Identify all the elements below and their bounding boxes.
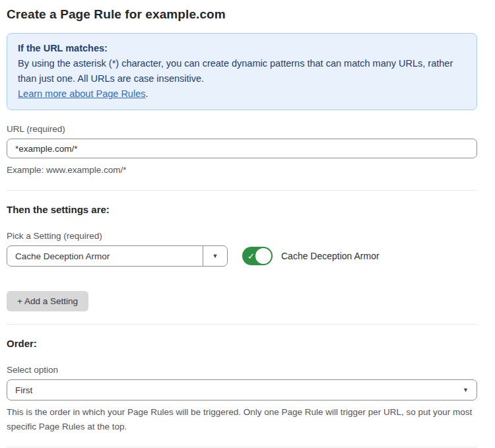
- divider: [7, 447, 477, 447]
- url-match-info-box: If the URL matches: By using the asteris…: [7, 33, 477, 110]
- url-label: URL (required): [7, 124, 477, 134]
- create-page-rule-form: Create a Page Rule for example.com If th…: [0, 0, 495, 448]
- page-title: Create a Page Rule for example.com: [7, 6, 477, 23]
- chevron-down-icon: ▼: [463, 387, 469, 393]
- toggle-label: Cache Deception Armor: [281, 251, 380, 261]
- setting-select-value: Cache Deception Armor: [7, 246, 203, 266]
- info-box-heading: If the URL matches:: [18, 41, 466, 56]
- divider: [7, 190, 477, 191]
- check-icon: ✓: [248, 251, 255, 261]
- learn-more-link[interactable]: Learn more about Page Rules: [18, 88, 145, 99]
- add-setting-button[interactable]: + Add a Setting: [7, 291, 88, 311]
- pick-setting-label: Pick a Setting (required): [7, 231, 477, 241]
- info-link-suffix: .: [145, 88, 148, 99]
- setting-row: Cache Deception Armor ▼ ✓ Cache Deceptio…: [7, 245, 477, 267]
- setting-select[interactable]: Cache Deception Armor ▼: [7, 245, 228, 267]
- order-select-value: First: [15, 385, 32, 395]
- settings-section-heading: Then the settings are:: [7, 204, 477, 215]
- order-select-label: Select option: [7, 365, 477, 375]
- cache-deception-armor-toggle[interactable]: ✓: [242, 247, 273, 265]
- order-section-heading: Order:: [7, 338, 477, 349]
- url-example-text: Example: www.example.com/*: [7, 163, 477, 177]
- chevron-down-icon: ▼: [213, 253, 218, 259]
- order-help-text: This is the order in which your Page Rul…: [7, 405, 477, 434]
- divider: [7, 324, 477, 325]
- toggle-knob: [255, 248, 271, 264]
- url-input[interactable]: [7, 139, 477, 158]
- info-link-line: Learn more about Page Rules.: [18, 86, 466, 102]
- order-select[interactable]: First ▼: [7, 379, 477, 400]
- info-box-body: By using the asterisk (*) character, you…: [18, 56, 466, 86]
- setting-select-arrow-button[interactable]: ▼: [203, 246, 227, 266]
